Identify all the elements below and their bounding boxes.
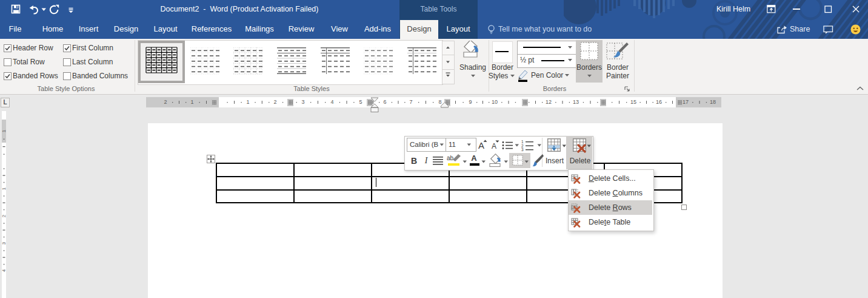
svg-text:ab: ab: [447, 155, 454, 161]
svg-text:3: 3: [521, 147, 524, 151]
